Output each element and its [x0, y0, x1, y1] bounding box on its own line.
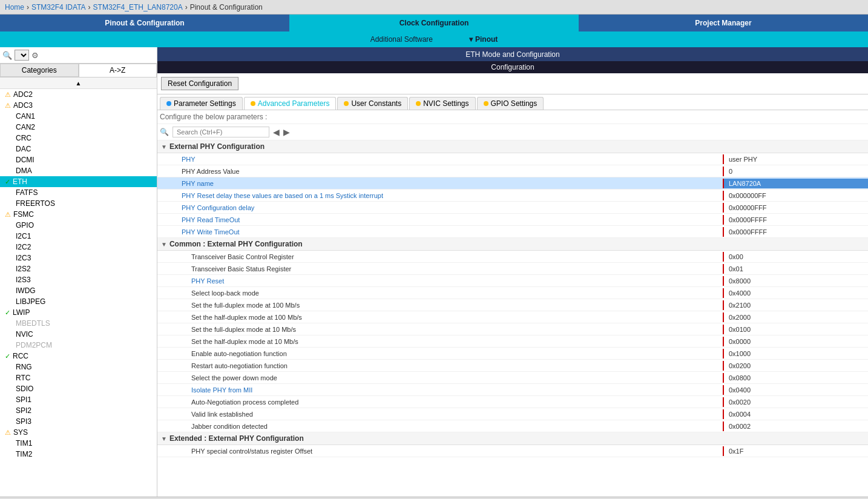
- param-row[interactable]: PHY name LAN8720A: [157, 177, 868, 190]
- sidebar-item-i2c3[interactable]: I2C3: [0, 253, 157, 263]
- nav-project[interactable]: Project Manager: [579, 15, 868, 31]
- sidebar-item-fsmc[interactable]: ⚠FSMC: [0, 209, 157, 220]
- param-row[interactable]: Enable auto-negotiation function 0x1000: [157, 348, 868, 360]
- section-label: Extended : External PHY Configuration: [169, 434, 304, 443]
- sidebar-item-spi3[interactable]: SPI3: [0, 416, 157, 427]
- sidebar-item-dma[interactable]: DMA: [0, 165, 157, 176]
- sidebar-item-can2[interactable]: CAN2: [0, 122, 157, 133]
- tab-param-settings[interactable]: Parameter Settings: [160, 97, 243, 110]
- sidebar-item-i2c2[interactable]: I2C2: [0, 242, 157, 253]
- chevron-icon: ▼: [161, 241, 167, 248]
- sidebar-item-dac[interactable]: DAC: [0, 144, 157, 154]
- param-name: Set the full-duplex mode at 10 Mb/s: [157, 325, 723, 334]
- nav-clock[interactable]: Clock Configuration: [289, 15, 579, 31]
- sidebar-item-freertos[interactable]: FREERTOS: [0, 198, 157, 209]
- param-row[interactable]: PHY Configuration delay 0x00000FFF: [157, 202, 868, 214]
- param-value: 0x00000FFF: [723, 203, 868, 213]
- param-value: 0x0800: [723, 373, 868, 383]
- param-row[interactable]: Select the power down mode 0x0800: [157, 372, 868, 384]
- sidebar-item-label: SDIO: [16, 385, 33, 393]
- param-row[interactable]: PHY Read TimeOut 0x0000FFFF: [157, 214, 868, 226]
- sidebar-item-label: I2S3: [16, 276, 31, 284]
- sidebar-item-rng[interactable]: RNG: [0, 362, 157, 372]
- param-name: Select loop-back mode: [157, 288, 723, 298]
- sidebar-item-tim1[interactable]: TIM1: [0, 438, 157, 449]
- param-value: LAN8720A: [723, 179, 868, 188]
- sidebar-item-label: SYS: [13, 428, 28, 437]
- sidebar-item-adc3[interactable]: ⚠ADC3: [0, 100, 157, 111]
- sidebar-item-mbedtls[interactable]: MBEDTLS: [0, 318, 157, 329]
- param-search-input[interactable]: [173, 127, 269, 137]
- param-row[interactable]: Set the half-duplex mode at 10 Mb/s 0x00…: [157, 335, 868, 348]
- param-value: 0x4000: [723, 288, 868, 298]
- param-row[interactable]: PHY user PHY: [157, 153, 868, 165]
- param-value: 0x2100: [723, 300, 868, 310]
- param-row[interactable]: Valid link established 0x0004: [157, 408, 868, 420]
- param-row[interactable]: Set the full-duplex mode at 100 Mb/s 0x2…: [157, 299, 868, 311]
- sidebar-item-gpio[interactable]: GPIO: [0, 220, 157, 231]
- param-row[interactable]: PHY Address Value 0: [157, 165, 868, 177]
- nav-next-icon[interactable]: ▶: [283, 127, 290, 137]
- section-header-common-external-phy[interactable]: ▼Common : External PHY Configuration: [157, 238, 868, 251]
- sidebar-item-can1[interactable]: CAN1: [0, 111, 157, 122]
- breadcrumb-project[interactable]: STM32F4_ETH_LAN8720A: [93, 3, 183, 12]
- param-row[interactable]: PHY Reset delay these values are based o…: [157, 190, 868, 202]
- sidebar-item-crc[interactable]: CRC: [0, 133, 157, 144]
- scroll-up-icon[interactable]: ▲: [76, 80, 82, 87]
- param-row[interactable]: PHY Reset 0x8000: [157, 275, 868, 287]
- section-header-extended-external-phy[interactable]: ▼Extended : External PHY Configuration: [157, 432, 868, 445]
- param-name: Set the half-duplex mode at 100 Mb/s: [157, 312, 723, 322]
- sidebar-item-iwdg[interactable]: IWDG: [0, 285, 157, 296]
- nav-pinout[interactable]: Pinout & Configuration: [0, 15, 289, 31]
- sidebar-item-rcc[interactable]: ✓RCC: [0, 351, 157, 362]
- sidebar-item-i2s3[interactable]: I2S3: [0, 274, 157, 285]
- param-row[interactable]: Isolate PHY from MII 0x0400: [157, 384, 868, 396]
- sidebar-item-adc2[interactable]: ⚠ADC2: [0, 89, 157, 100]
- sidebar-tab-az[interactable]: A->Z: [79, 64, 157, 77]
- sidebar-item-tim2[interactable]: TIM2: [0, 449, 157, 460]
- param-row[interactable]: PHY special control/status register Offs…: [157, 445, 868, 457]
- param-row[interactable]: Auto-Negotiation process completed 0x002…: [157, 396, 868, 408]
- sidebar-item-dcmi[interactable]: DCMI: [0, 154, 157, 165]
- sidebar-item-sdio[interactable]: SDIO: [0, 383, 157, 394]
- sidebar-item-rtc[interactable]: RTC: [0, 372, 157, 383]
- sidebar-category-select[interactable]: [15, 50, 29, 61]
- sidebar-tab-categories[interactable]: Categories: [0, 64, 79, 77]
- sidebar-item-pdm2pcm[interactable]: PDM2PCM: [0, 340, 157, 351]
- gear-icon[interactable]: ⚙: [31, 51, 39, 60]
- tab-user-constants[interactable]: User Constants: [337, 97, 408, 110]
- sidebar-item-nvic[interactable]: NVIC: [0, 329, 157, 340]
- sidebar-item-i2s2[interactable]: I2S2: [0, 263, 157, 274]
- breadcrumb-mcu[interactable]: STM32F4 IDATA: [31, 3, 86, 12]
- sidebar-item-eth[interactable]: ✓ETH: [0, 176, 157, 187]
- reset-config-button[interactable]: Reset Configuration: [161, 77, 238, 90]
- tab-nvic-settings[interactable]: NVIC Settings: [409, 97, 475, 110]
- sidebar-item-spi1[interactable]: SPI1: [0, 394, 157, 405]
- sidebar-item-sys[interactable]: ⚠SYS: [0, 427, 157, 438]
- param-row[interactable]: Select loop-back mode 0x4000: [157, 287, 868, 299]
- tab-label: GPIO Settings: [491, 99, 538, 108]
- sidebar-item-fatfs[interactable]: FATFS: [0, 187, 157, 198]
- sidebar-item-label: FATFS: [16, 188, 38, 197]
- subnav-additional[interactable]: Additional Software: [352, 35, 451, 44]
- sidebar-item-i2c1[interactable]: I2C1: [0, 231, 157, 242]
- tab-advanced-params[interactable]: Advanced Parameters: [244, 97, 337, 110]
- subnav-pinout[interactable]: ▾ Pinout: [451, 35, 516, 44]
- tab-gpio-settings[interactable]: GPIO Settings: [477, 97, 544, 110]
- sidebar-item-lwip[interactable]: ✓LWIP: [0, 307, 157, 318]
- content-subheader: Configuration: [157, 61, 868, 73]
- param-row[interactable]: Restart auto-negotiation function 0x0200: [157, 360, 868, 372]
- nav-prev-icon[interactable]: ◀: [273, 127, 280, 137]
- breadcrumb-home[interactable]: Home: [5, 3, 24, 12]
- param-row[interactable]: Transceiver Basic Control Register 0x00: [157, 251, 868, 263]
- param-name: Transceiver Basic Control Register: [157, 252, 723, 262]
- check-icon: ✓: [5, 178, 10, 186]
- param-row[interactable]: Jabber condition detected 0x0002: [157, 420, 868, 432]
- param-row[interactable]: Transceiver Basic Status Register 0x01: [157, 263, 868, 275]
- section-header-external-phy[interactable]: ▼External PHY Configuration: [157, 140, 868, 153]
- param-row[interactable]: Set the half-duplex mode at 100 Mb/s 0x2…: [157, 311, 868, 323]
- sidebar-item-spi2[interactable]: SPI2: [0, 405, 157, 416]
- param-row[interactable]: PHY Write TimeOut 0x0000FFFF: [157, 226, 868, 238]
- sidebar-item-libjpeg[interactable]: LIBJPEG: [0, 296, 157, 307]
- param-row[interactable]: Set the full-duplex mode at 10 Mb/s 0x01…: [157, 323, 868, 335]
